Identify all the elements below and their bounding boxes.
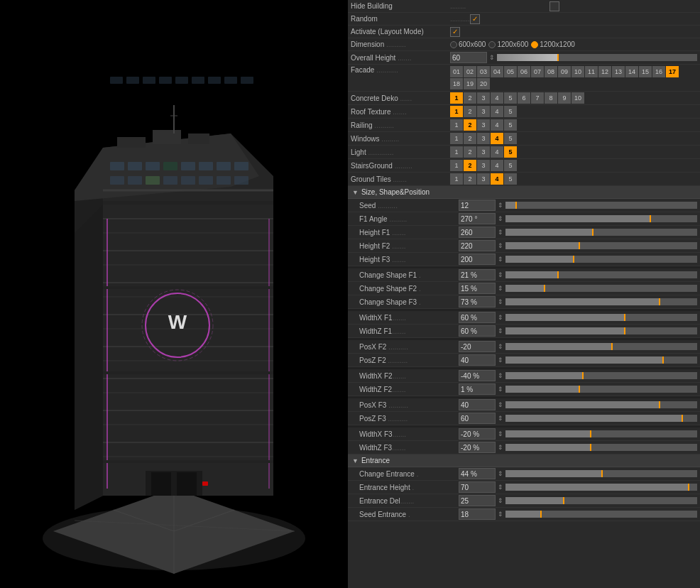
overall-height-track[interactable]	[497, 54, 697, 61]
height-f2-track[interactable]	[505, 242, 697, 249]
posx-f3-track[interactable]	[505, 401, 697, 408]
concrete-deko-btn-3[interactable]: 3	[477, 92, 490, 104]
overall-height-input[interactable]	[450, 52, 487, 63]
change-shape-f3-track[interactable]	[505, 298, 697, 305]
widthx-f2-arrow[interactable]: ⇕	[497, 372, 504, 379]
entrance-del-input[interactable]	[459, 495, 496, 506]
ground-tiles-btn-3[interactable]: 3	[477, 173, 490, 185]
height-f1-input[interactable]	[459, 227, 496, 238]
dimension-option-1200x1200[interactable]: 1200x1200	[531, 40, 575, 48]
ground-tiles-btn-2[interactable]: 2	[464, 173, 476, 185]
windows-btn-2[interactable]: 2	[464, 133, 476, 144]
change-shape-f1-track[interactable]	[505, 271, 697, 278]
posz-f3-track[interactable]	[505, 415, 697, 422]
posx-f3-arrow[interactable]: ⇕	[497, 401, 504, 408]
facade-btn-05[interactable]: 05	[504, 66, 517, 77]
facade-btn-10[interactable]: 10	[572, 66, 584, 77]
windows-btn-5[interactable]: 5	[504, 133, 517, 144]
posx-f3-input[interactable]	[459, 399, 496, 410]
widthx-f1-input[interactable]	[459, 312, 496, 323]
stairs-ground-btn-4[interactable]: 4	[491, 160, 503, 171]
roof-texture-btn-1[interactable]: 1	[450, 106, 463, 117]
entrance-height-arrow[interactable]: ⇕	[497, 484, 504, 491]
widthx-f1-arrow[interactable]: ⇕	[497, 314, 504, 321]
entrance-del-track[interactable]	[505, 497, 697, 504]
entrance-height-track[interactable]	[505, 484, 697, 491]
concrete-deko-btn-1[interactable]: 1	[450, 92, 463, 104]
change-entrance-arrow[interactable]: ⇕	[497, 470, 504, 477]
height-f3-track[interactable]	[505, 256, 697, 263]
dimension-radio-600[interactable]	[450, 41, 457, 48]
windows-btn-4[interactable]: 4	[491, 133, 503, 144]
stairs-ground-btn-5[interactable]: 5	[504, 160, 517, 171]
stairs-ground-btn-2[interactable]: 2	[464, 160, 476, 171]
seed-entrance-arrow[interactable]: ⇕	[497, 511, 504, 518]
entrance-height-input[interactable]	[459, 481, 496, 493]
height-f1-track[interactable]	[505, 229, 697, 236]
height-f1-arrow[interactable]: ⇕	[497, 229, 504, 236]
light-btn-2[interactable]: 2	[464, 146, 476, 158]
facade-btn-18[interactable]: 18	[450, 78, 463, 89]
facade-btn-08[interactable]: 08	[545, 66, 557, 77]
widthx-f2-input[interactable]	[459, 370, 496, 381]
ground-tiles-btn-1[interactable]: 1	[450, 173, 463, 185]
stairs-ground-btn-1[interactable]: 1	[450, 160, 463, 171]
seed-track[interactable]	[505, 202, 697, 209]
concrete-deko-btn-9[interactable]: 9	[558, 92, 571, 104]
concrete-deko-btn-4[interactable]: 4	[491, 92, 503, 104]
height-f3-arrow[interactable]: ⇕	[497, 256, 504, 263]
widthz-f1-input[interactable]	[459, 325, 496, 337]
change-shape-f1-arrow[interactable]: ⇕	[497, 271, 504, 278]
widthz-f3-input[interactable]	[459, 442, 496, 453]
change-shape-f3-arrow[interactable]: ⇕	[497, 298, 504, 305]
widthz-f3-arrow[interactable]: ⇕	[497, 444, 504, 451]
dimension-option-1200x600[interactable]: 1200x600	[488, 40, 528, 48]
facade-btn-09[interactable]: 09	[558, 66, 571, 77]
facade-btn-07[interactable]: 07	[531, 66, 544, 77]
ground-tiles-btn-5[interactable]: 5	[504, 173, 517, 185]
posx-f2-input[interactable]	[459, 341, 496, 352]
roof-texture-btn-3[interactable]: 3	[477, 106, 490, 117]
facade-btn-17[interactable]: 17	[666, 66, 679, 77]
roof-texture-btn-4[interactable]: 4	[491, 106, 503, 117]
railing-btn-5[interactable]: 5	[504, 119, 517, 131]
facade-btn-15[interactable]: 15	[639, 66, 652, 77]
height-f2-arrow[interactable]: ⇕	[497, 242, 504, 249]
overall-height-arrow[interactable]: ⇕	[488, 54, 496, 61]
seed-arrow[interactable]: ⇕	[497, 202, 504, 209]
facade-btn-03[interactable]: 03	[477, 66, 490, 77]
seed-entrance-input[interactable]	[459, 508, 496, 520]
posz-f2-input[interactable]	[459, 354, 496, 366]
light-btn-3[interactable]: 3	[477, 146, 490, 158]
f1-angle-arrow[interactable]: ⇕	[497, 215, 504, 222]
ground-tiles-btn-4[interactable]: 4	[491, 173, 503, 185]
posz-f3-arrow[interactable]: ⇕	[497, 415, 504, 422]
dimension-radio-1200x1200[interactable]	[531, 41, 538, 48]
widthz-f3-track[interactable]	[505, 444, 697, 451]
concrete-deko-btn-7[interactable]: 7	[531, 92, 544, 104]
entrance-del-arrow[interactable]: ⇕	[497, 497, 504, 504]
hide-building-checkbox[interactable]	[549, 1, 559, 11]
concrete-deko-btn-6[interactable]: 6	[518, 92, 530, 104]
concrete-deko-btn-5[interactable]: 5	[504, 92, 517, 104]
seed-input[interactable]	[459, 200, 496, 211]
facade-btn-01[interactable]: 01	[450, 66, 463, 77]
posx-f2-track[interactable]	[505, 343, 697, 350]
facade-btn-11[interactable]: 11	[585, 66, 598, 77]
section-shape-header[interactable]: ▼ Size, Shape&Position	[348, 186, 700, 199]
widthz-f2-arrow[interactable]: ⇕	[497, 386, 504, 393]
change-entrance-track[interactable]	[505, 470, 697, 477]
windows-btn-3[interactable]: 3	[477, 133, 490, 144]
light-btn-4[interactable]: 4	[491, 146, 503, 158]
roof-texture-btn-5[interactable]: 5	[504, 106, 517, 117]
concrete-deko-btn-8[interactable]: 8	[545, 92, 557, 104]
facade-btn-16[interactable]: 16	[652, 66, 665, 77]
concrete-deko-btn-10[interactable]: 10	[572, 92, 584, 104]
f1-angle-input[interactable]	[459, 213, 496, 224]
windows-btn-1[interactable]: 1	[450, 133, 463, 144]
railing-btn-3[interactable]: 3	[477, 119, 490, 131]
widthz-f2-track[interactable]	[505, 386, 697, 393]
facade-btn-06[interactable]: 06	[518, 66, 530, 77]
random-checkbox[interactable]	[470, 14, 480, 24]
posz-f3-input[interactable]	[459, 413, 496, 424]
